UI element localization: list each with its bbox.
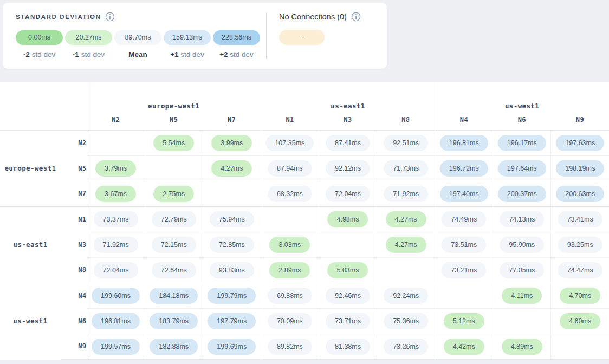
latency-pill[interactable]: 196.17ms: [498, 135, 546, 151]
latency-pill[interactable]: 74.13ms: [500, 211, 544, 227]
latency-pill[interactable]: 200.37ms: [498, 186, 546, 202]
info-icon[interactable]: [105, 12, 115, 22]
latency-pill[interactable]: 72.64ms: [152, 262, 196, 278]
latency-pill[interactable]: 73.41ms: [558, 211, 602, 227]
latency-cell: 5.54ms: [145, 130, 203, 155]
latency-pill[interactable]: 69.88ms: [268, 288, 312, 304]
latency-cell: 73.51ms: [435, 232, 493, 257]
node-column-header: N1: [261, 115, 319, 130]
latency-cell: 197.64ms: [493, 155, 551, 181]
latency-pill[interactable]: 71.73ms: [384, 160, 428, 177]
latency-pill[interactable]: 75.94ms: [210, 211, 254, 227]
latency-cell: 3.99ms: [203, 130, 261, 155]
latency-pill[interactable]: 73.21ms: [442, 262, 486, 278]
latency-pill[interactable]: 72.04ms: [94, 262, 138, 278]
latency-cell: 81.38ms: [319, 334, 377, 359]
latency-pill[interactable]: 4.70ms: [560, 288, 600, 304]
std-dev-stop: 0.00ms -2 std dev: [16, 30, 63, 58]
latency-pill[interactable]: 92.12ms: [326, 160, 370, 177]
latency-cell: 87.94ms: [261, 155, 319, 181]
latency-pill[interactable]: 197.63ms: [556, 135, 604, 151]
latency-pill[interactable]: 199.69ms: [208, 339, 256, 355]
latency-pill[interactable]: 89.82ms: [268, 339, 312, 355]
latency-pill[interactable]: 182.88ms: [150, 339, 198, 355]
latency-pill[interactable]: 77.05ms: [500, 262, 544, 278]
latency-pill[interactable]: 92.24ms: [384, 288, 428, 304]
latency-cell: 199.79ms: [203, 283, 261, 308]
latency-pill[interactable]: 73.26ms: [384, 339, 428, 355]
info-icon[interactable]: [351, 12, 361, 22]
latency-cell: 75.94ms: [203, 206, 261, 232]
latency-pill[interactable]: 197.79ms: [208, 313, 256, 329]
latency-pill[interactable]: 71.92ms: [94, 237, 138, 253]
latency-pill[interactable]: 196.72ms: [440, 160, 488, 177]
std-dev-stop: 159.13ms +1 std dev: [164, 30, 211, 58]
latency-pill[interactable]: 3.79ms: [95, 160, 136, 177]
latency-pill[interactable]: 5.03ms: [327, 262, 368, 278]
row-node-label: N9: [61, 334, 87, 359]
latency-pill[interactable]: 4.27ms: [386, 211, 426, 227]
latency-cell: 5.12ms: [435, 308, 493, 334]
latency-pill[interactable]: 200.63ms: [556, 186, 604, 202]
latency-pill[interactable]: 199.79ms: [208, 288, 256, 304]
latency-pill[interactable]: 92.46ms: [326, 288, 370, 304]
latency-pill[interactable]: 72.15ms: [152, 237, 196, 253]
latency-pill[interactable]: 75.36ms: [384, 313, 428, 329]
latency-pill[interactable]: 92.51ms: [384, 135, 428, 151]
latency-pill[interactable]: 68.32ms: [268, 186, 312, 202]
latency-cell: 71.92ms: [87, 232, 145, 257]
latency-pill[interactable]: 198.19ms: [556, 160, 604, 177]
latency-cell: 75.36ms: [377, 308, 435, 334]
node-column-header: N8: [377, 115, 435, 130]
latency-pill[interactable]: 2.75ms: [153, 186, 194, 202]
latency-pill[interactable]: 4.11ms: [502, 288, 542, 304]
latency-pill[interactable]: 70.09ms: [268, 313, 312, 329]
latency-pill[interactable]: 73.51ms: [442, 237, 486, 253]
latency-pill[interactable]: 183.79ms: [150, 313, 198, 329]
latency-pill[interactable]: 93.25ms: [558, 237, 602, 253]
latency-pill[interactable]: 184.18ms: [150, 288, 198, 304]
latency-pill[interactable]: 199.60ms: [92, 288, 140, 304]
latency-pill[interactable]: 71.92ms: [384, 186, 428, 202]
latency-pill[interactable]: 3.99ms: [211, 135, 252, 151]
latency-pill[interactable]: 72.04ms: [326, 186, 370, 202]
latency-cell: 197.40ms: [435, 181, 493, 206]
latency-pill[interactable]: 4.98ms: [327, 211, 368, 227]
std-deviation-title: STANDARD DEVIATION: [16, 14, 101, 20]
latency-pill[interactable]: 72.79ms: [152, 211, 196, 227]
latency-pill[interactable]: 5.12ms: [444, 313, 484, 329]
latency-pill[interactable]: 4.42ms: [444, 339, 484, 355]
latency-pill[interactable]: 93.83ms: [210, 262, 254, 278]
latency-pill[interactable]: 4.27ms: [386, 237, 426, 253]
latency-pill[interactable]: 72.85ms: [210, 237, 254, 253]
latency-pill[interactable]: 4.27ms: [211, 160, 252, 177]
latency-pill[interactable]: 3.03ms: [269, 237, 310, 253]
latency-pill[interactable]: 4.60ms: [560, 313, 600, 329]
latency-pill[interactable]: 5.54ms: [153, 135, 194, 151]
latency-pill[interactable]: 197.40ms: [440, 186, 488, 202]
latency-pill[interactable]: 81.38ms: [326, 339, 370, 355]
no-connections-section: No Connections (0) --: [267, 3, 361, 69]
latency-pill[interactable]: 199.57ms: [92, 339, 140, 355]
latency-pill[interactable]: 73.71ms: [326, 313, 370, 329]
latency-pill[interactable]: 4.89ms: [502, 339, 542, 355]
latency-cell: 93.83ms: [203, 257, 261, 283]
latency-pill[interactable]: 87.41ms: [326, 135, 370, 151]
latency-pill[interactable]: 196.81ms: [92, 313, 140, 329]
latency-pill[interactable]: 196.81ms: [440, 135, 488, 151]
latency-pill[interactable]: 107.35ms: [265, 135, 314, 151]
latency-pill[interactable]: 87.94ms: [268, 160, 312, 177]
latency-pill[interactable]: 2.89ms: [269, 262, 310, 278]
latency-cell: 197.79ms: [203, 308, 261, 334]
latency-matrix: europe-west1us-east1us-west1N2N5N7N1N3N8…: [0, 82, 609, 360]
latency-cell: 199.69ms: [203, 334, 261, 359]
latency-pill[interactable]: 197.64ms: [498, 160, 546, 177]
matrix-row: N9199.57ms182.88ms199.69ms89.82ms81.38ms…: [0, 334, 609, 359]
row-node-label: N5: [61, 155, 87, 181]
latency-pill[interactable]: 95.90ms: [500, 237, 544, 253]
latency-pill[interactable]: 74.49ms: [442, 211, 486, 227]
latency-pill[interactable]: 73.37ms: [94, 211, 138, 227]
latency-pill[interactable]: 3.67ms: [95, 186, 136, 202]
latency-cell: 200.63ms: [551, 181, 609, 206]
latency-pill[interactable]: 74.47ms: [558, 262, 602, 278]
